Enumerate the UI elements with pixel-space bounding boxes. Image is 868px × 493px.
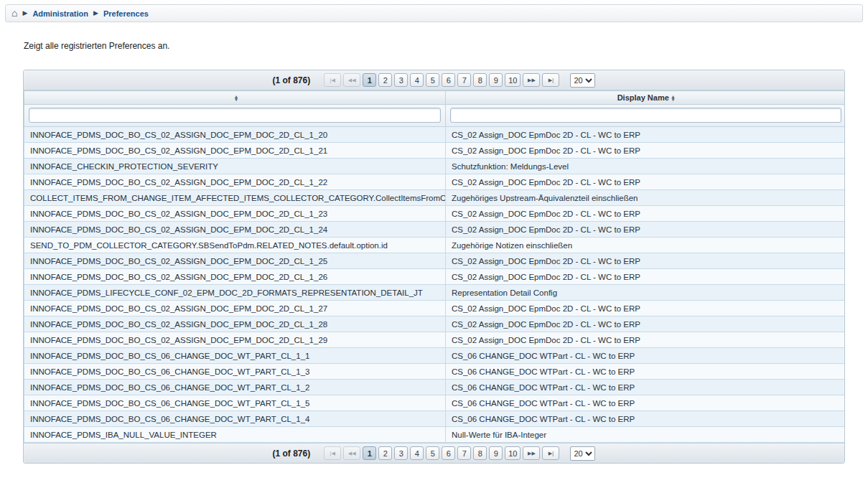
breadcrumb-item-preferences[interactable]: Preferences	[103, 9, 149, 18]
breadcrumb-separator-icon: ▶	[22, 10, 27, 17]
paginator-bottom: (1 of 876)|◀◀◀12345678910▶▶▶|20	[24, 443, 844, 463]
page-button-2[interactable]: 2	[378, 446, 392, 460]
preference-name-cell: INNOFACE_PDMS_LIFECYCLE_CONF_02_EPM_DOC_…	[24, 285, 446, 301]
table-row[interactable]: INNOFACE_PDMS_DOC_BO_CS_02_ASSIGN_DOC_EP…	[24, 127, 846, 143]
display-name-cell: CS_02 Assign_DOC EpmDoc 2D - CL - WC to …	[446, 269, 846, 285]
table-row[interactable]: INNOFACE_PDMS_DOC_BO_CS_06_CHANGE_DOC_WT…	[24, 380, 846, 395]
page-button-10[interactable]: 10	[505, 73, 521, 87]
column-header-name[interactable]: ▴▾	[24, 91, 446, 105]
preference-name-cell: INNOFACE_PDMS_DOC_BO_CS_02_ASSIGN_DOC_EP…	[24, 174, 446, 190]
table-body: INNOFACE_PDMS_DOC_BO_CS_02_ASSIGN_DOC_EP…	[24, 127, 846, 443]
page-button-2[interactable]: 2	[378, 73, 392, 87]
prev-page-button[interactable]: ◀◀	[343, 73, 360, 87]
display-name-cell: CS_06 CHANGE_DOC WTPart - CL - WC to ERP	[446, 380, 846, 395]
table-row[interactable]: INNOFACE_PDMS_DOC_BO_CS_06_CHANGE_DOC_WT…	[24, 395, 846, 411]
display-name-cell: CS_06 CHANGE_DOC WTPart - CL - WC to ERP	[446, 395, 846, 411]
page-button-1[interactable]: 1	[363, 446, 376, 460]
table-row[interactable]: INNOFACE_PDMS_DOC_BO_CS_02_ASSIGN_DOC_EP…	[24, 316, 846, 332]
first-page-button[interactable]: |◀	[324, 446, 341, 460]
column-header-display-name[interactable]: Display Name▴▾	[446, 91, 846, 105]
breadcrumb-item-administration[interactable]: Administration	[32, 9, 88, 18]
page-button-7[interactable]: 7	[457, 73, 471, 87]
rows-per-page-select[interactable]: 20	[570, 73, 595, 88]
table-row[interactable]: INNOFACE_PDMS_DOC_BO_CS_02_ASSIGN_DOC_EP…	[24, 301, 846, 316]
paginator-top: (1 of 876)|◀◀◀12345678910▶▶▶|20	[24, 70, 844, 90]
table-row[interactable]: INNOFACE_PDMS_LIFECYCLE_CONF_02_EPM_DOC_…	[24, 285, 846, 301]
page-button-1[interactable]: 1	[363, 73, 376, 87]
page-button-9[interactable]: 9	[489, 73, 503, 87]
page-button-4[interactable]: 4	[410, 446, 424, 460]
preference-name-cell: INNOFACE_PDMS_IBA_NULL_VALUE_INTEGER	[24, 427, 446, 443]
display-name-cell: CS_02 Assign_DOC EpmDoc 2D - CL - WC to …	[446, 253, 846, 269]
preferences-table-grid: ▴▾ Display Name▴▾ INNOFACE_PDMS_DOC_BO_C…	[24, 90, 845, 443]
breadcrumb: ⌂ ▶ Administration ▶ Preferences	[5, 4, 863, 22]
display-name-cell: CS_02 Assign_DOC EpmDoc 2D - CL - WC to …	[446, 316, 846, 332]
preference-name-cell: INNOFACE_PDMS_DOC_BO_CS_02_ASSIGN_DOC_EP…	[24, 301, 446, 316]
home-icon[interactable]: ⌂	[11, 8, 17, 18]
display-name-cell: CS_02 Assign_DOC EpmDoc 2D - CL - WC to …	[446, 127, 846, 143]
table-row[interactable]: INNOFACE_PDMS_DOC_BO_CS_02_ASSIGN_DOC_EP…	[24, 143, 846, 159]
page-button-7[interactable]: 7	[457, 446, 471, 460]
next-page-button[interactable]: ▶▶	[523, 446, 540, 460]
display-name-cell: CS_02 Assign_DOC EpmDoc 2D - CL - WC to …	[446, 301, 846, 316]
preference-name-cell: INNOFACE_PDMS_DOC_BO_CS_02_ASSIGN_DOC_EP…	[24, 269, 446, 285]
display-name-cell: Representation Detail Config	[446, 285, 846, 301]
sort-icon: ▴▾	[235, 95, 238, 102]
paginator-current-label: (1 of 876)	[273, 449, 311, 459]
page-button-3[interactable]: 3	[394, 446, 408, 460]
page-button-4[interactable]: 4	[410, 73, 424, 87]
table-row[interactable]: INNOFACE_PDMS_DOC_BO_CS_02_ASSIGN_DOC_EP…	[24, 253, 846, 269]
display-name-cell: CS_02 Assign_DOC EpmDoc 2D - CL - WC to …	[446, 332, 846, 348]
preference-name-cell: COLLECT_ITEMS_FROM_CHANGE_ITEM_AFFECTED_…	[24, 190, 446, 206]
paginator-current-label: (1 of 876)	[273, 75, 311, 85]
preference-name-cell: INNOFACE_PDMS_DOC_BO_CS_02_ASSIGN_DOC_EP…	[24, 253, 446, 269]
page-button-6[interactable]: 6	[442, 446, 455, 460]
preference-name-cell: INNOFACE_PDMS_DOC_BO_CS_02_ASSIGN_DOC_EP…	[24, 206, 446, 222]
display-name-cell: Schutzfunktion: Meldungs-Level	[446, 159, 846, 174]
table-row[interactable]: INNOFACE_PDMS_DOC_BO_CS_02_ASSIGN_DOC_EP…	[24, 206, 846, 222]
table-row[interactable]: INNOFACE_PDMS_IBA_NULL_VALUE_INTEGERNull…	[24, 427, 846, 443]
display-name-cell: Zugehöriges Upstream-Äquivalenzteil eins…	[446, 190, 846, 206]
display-name-cell: CS_06 CHANGE_DOC WTPart - CL - WC to ERP	[446, 364, 846, 380]
preference-name-cell: SEND_TO_PDM_COLLECTOR_CATEGORY.SBSendToP…	[24, 238, 446, 253]
display-name-cell: CS_02 Assign_DOC EpmDoc 2D - CL - WC to …	[446, 206, 846, 222]
prev-page-button[interactable]: ◀◀	[343, 446, 360, 460]
first-page-button[interactable]: |◀	[324, 73, 341, 87]
display-name-cell: CS_02 Assign_DOC EpmDoc 2D - CL - WC to …	[446, 174, 846, 190]
name-filter-input[interactable]	[29, 108, 441, 123]
display-name-cell: CS_02 Assign_DOC EpmDoc 2D - CL - WC to …	[446, 222, 846, 238]
page-button-5[interactable]: 5	[426, 446, 439, 460]
table-row[interactable]: INNOFACE_PDMS_DOC_BO_CS_06_CHANGE_DOC_WT…	[24, 348, 846, 364]
page-button-10[interactable]: 10	[505, 446, 521, 460]
display-name-cell: CS_02 Assign_DOC EpmDoc 2D - CL - WC to …	[446, 143, 846, 159]
last-page-button[interactable]: ▶|	[542, 73, 559, 87]
rows-per-page-select[interactable]: 20	[570, 446, 595, 461]
page-button-9[interactable]: 9	[489, 446, 503, 460]
page-button-8[interactable]: 8	[473, 446, 487, 460]
table-row[interactable]: INNOFACE_PDMS_DOC_BO_CS_06_CHANGE_DOC_WT…	[24, 364, 846, 380]
preference-name-cell: INNOFACE_PDMS_DOC_BO_CS_06_CHANGE_DOC_WT…	[24, 364, 446, 380]
last-page-button[interactable]: ▶|	[542, 446, 559, 460]
display-name-filter-input[interactable]	[450, 108, 841, 123]
table-row[interactable]: INNOFACE_PDMS_DOC_BO_CS_02_ASSIGN_DOC_EP…	[24, 174, 846, 190]
intro-text: Zeigt alle registrierten Preferences an.	[24, 41, 169, 51]
preference-name-cell: INNOFACE_PDMS_DOC_BO_CS_02_ASSIGN_DOC_EP…	[24, 127, 446, 143]
preference-name-cell: INNOFACE_PDMS_DOC_BO_CS_02_ASSIGN_DOC_EP…	[24, 222, 446, 238]
next-page-button[interactable]: ▶▶	[523, 73, 540, 87]
page-button-6[interactable]: 6	[442, 73, 455, 87]
table-row[interactable]: COLLECT_ITEMS_FROM_CHANGE_ITEM_AFFECTED_…	[24, 190, 846, 206]
preference-name-cell: INNOFACE_PDMS_DOC_BO_CS_06_CHANGE_DOC_WT…	[24, 411, 446, 427]
table-row[interactable]: INNOFACE_PDMS_DOC_BO_CS_02_ASSIGN_DOC_EP…	[24, 332, 846, 348]
table-row[interactable]: INNOFACE_PDMS_DOC_BO_CS_02_ASSIGN_DOC_EP…	[24, 269, 846, 285]
table-row[interactable]: INNOFACE_PDMS_DOC_BO_CS_02_ASSIGN_DOC_EP…	[24, 222, 846, 238]
page-button-3[interactable]: 3	[394, 73, 408, 87]
table-row[interactable]: INNOFACE_CHECKIN_PROTECTION_SEVERITYSchu…	[24, 159, 846, 174]
page-button-8[interactable]: 8	[473, 73, 487, 87]
page-button-5[interactable]: 5	[426, 73, 439, 87]
table-row[interactable]: INNOFACE_PDMS_DOC_BO_CS_06_CHANGE_DOC_WT…	[24, 411, 846, 427]
preference-name-cell: INNOFACE_PDMS_DOC_BO_CS_02_ASSIGN_DOC_EP…	[24, 316, 446, 332]
breadcrumb-separator-icon: ▶	[93, 10, 98, 17]
table-row[interactable]: SEND_TO_PDM_COLLECTOR_CATEGORY.SBSendToP…	[24, 238, 846, 253]
preference-name-cell: INNOFACE_PDMS_DOC_BO_CS_02_ASSIGN_DOC_EP…	[24, 143, 446, 159]
display-name-cell: CS_06 CHANGE_DOC WTPart - CL - WC to ERP	[446, 411, 846, 427]
